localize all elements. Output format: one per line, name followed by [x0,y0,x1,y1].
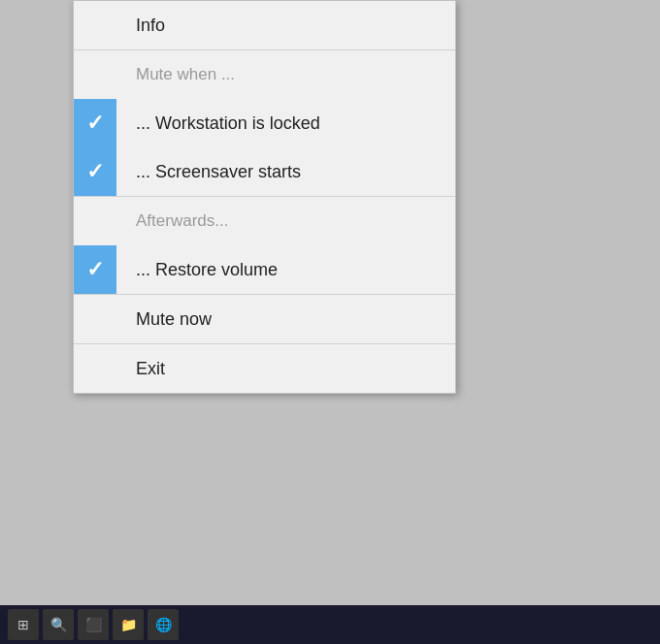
checkbox-screensaver-starts: ✓ [74,147,116,196]
menu-item-mute-now-label: Mute now [128,309,212,330]
checkmark-workstation-locked: ✓ [86,113,104,134]
no-checkbox-header2 [74,197,116,245]
menu-item-workstation-locked-label: ... Workstation is locked [128,113,320,134]
menu-item-workstation-locked[interactable]: ✓ ... Workstation is locked [74,99,455,147]
menu-item-exit[interactable]: Exit [74,344,455,393]
menu-item-mute-now[interactable]: Mute now [74,295,455,343]
menu-item-restore-volume[interactable]: ✓ ... Restore volume [74,245,455,294]
context-menu: Info Mute when ... ✓ ... Workstation is … [73,0,456,394]
menu-item-exit-label: Exit [128,359,165,379]
taskbar-icon-1[interactable]: ⊞ [8,609,39,640]
taskbar-icon-4[interactable]: 📁 [113,609,144,640]
taskbar-icon-2[interactable]: 🔍 [43,609,74,640]
menu-item-info-label: Info [128,16,165,36]
menu-header-mute-when: Mute when ... [74,50,455,99]
afterwards-header-label: Afterwards... [128,211,228,231]
no-checkbox-mute-now [74,295,116,343]
no-checkbox-header1 [74,50,116,99]
menu-item-info[interactable]: Info [74,1,455,49]
menu-item-restore-volume-label: ... Restore volume [128,260,278,280]
checkmark-restore-volume: ✓ [86,259,104,280]
taskbar: ⊞ 🔍 ⬛ 📁 🌐 [0,605,660,644]
taskbar-icon-3[interactable]: ⬛ [78,609,109,640]
no-checkbox-info [74,1,116,49]
menu-item-screensaver-starts-label: ... Screensaver starts [128,162,301,182]
no-checkbox-exit [74,344,116,393]
checkmark-screensaver-starts: ✓ [86,161,104,182]
checkbox-workstation-locked: ✓ [74,99,116,147]
mute-when-header-label: Mute when ... [128,65,235,84]
menu-header-afterwards: Afterwards... [74,197,455,245]
menu-item-screensaver-starts[interactable]: ✓ ... Screensaver starts [74,147,455,196]
checkbox-restore-volume: ✓ [74,245,116,294]
taskbar-icon-5[interactable]: 🌐 [148,609,179,640]
